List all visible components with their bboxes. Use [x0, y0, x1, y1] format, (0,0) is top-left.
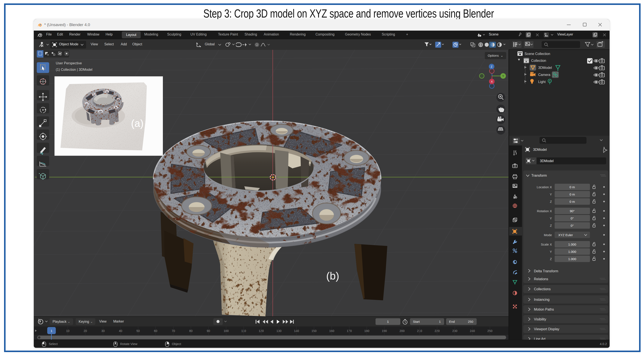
svg-text:Scene Collection: Scene Collection: [524, 52, 550, 56]
svg-text:3DModel: 3DModel: [538, 66, 552, 70]
svg-text:Z: Z: [550, 200, 552, 203]
svg-text:Motion Paths: Motion Paths: [534, 307, 554, 311]
svg-text:0 m: 0 m: [570, 193, 575, 196]
svg-text:X: X: [491, 80, 493, 83]
svg-text:Y: Y: [550, 193, 552, 196]
svg-text:Z: Z: [550, 224, 552, 227]
svg-text:0°: 0°: [571, 224, 574, 227]
svg-text:Relations: Relations: [534, 277, 548, 281]
svg-text:Location X: Location X: [537, 185, 552, 189]
svg-text:0°: 0°: [571, 216, 574, 220]
svg-text:Transform: Transform: [531, 174, 547, 177]
svg-text:Delta Transform: Delta Transform: [534, 269, 558, 273]
svg-text:1.000: 1.000: [568, 250, 576, 253]
svg-text:Scale X: Scale X: [541, 243, 552, 246]
svg-text:Collection: Collection: [531, 59, 546, 63]
svg-text:1: 1: [51, 329, 52, 333]
svg-text:Y: Y: [502, 75, 504, 78]
svg-text:Y: Y: [550, 250, 552, 253]
svg-text:Light: Light: [538, 80, 546, 84]
svg-text:Viewport Display: Viewport Display: [534, 327, 559, 331]
svg-text:Camera: Camera: [538, 73, 550, 77]
svg-text:0 m: 0 m: [570, 200, 575, 203]
svg-text:3DModel: 3DModel: [540, 159, 554, 163]
svg-text:3DModel: 3DModel: [533, 148, 547, 151]
svg-text:Mode: Mode: [544, 233, 552, 237]
svg-text:Visibility: Visibility: [534, 317, 546, 321]
svg-text:1.000: 1.000: [568, 257, 576, 261]
svg-text:90°: 90°: [570, 209, 575, 213]
svg-text:1.000: 1.000: [568, 243, 576, 246]
svg-text:Rotation X: Rotation X: [537, 209, 552, 213]
svg-text:XYZ Euler: XYZ Euler: [558, 233, 573, 237]
svg-text:Z: Z: [550, 257, 552, 261]
svg-text:Y: Y: [550, 216, 552, 220]
svg-text:Instancing: Instancing: [534, 298, 550, 301]
svg-text:0 m: 0 m: [570, 185, 575, 189]
svg-text:Collections: Collections: [534, 287, 550, 291]
svg-text:Z: Z: [491, 65, 492, 68]
